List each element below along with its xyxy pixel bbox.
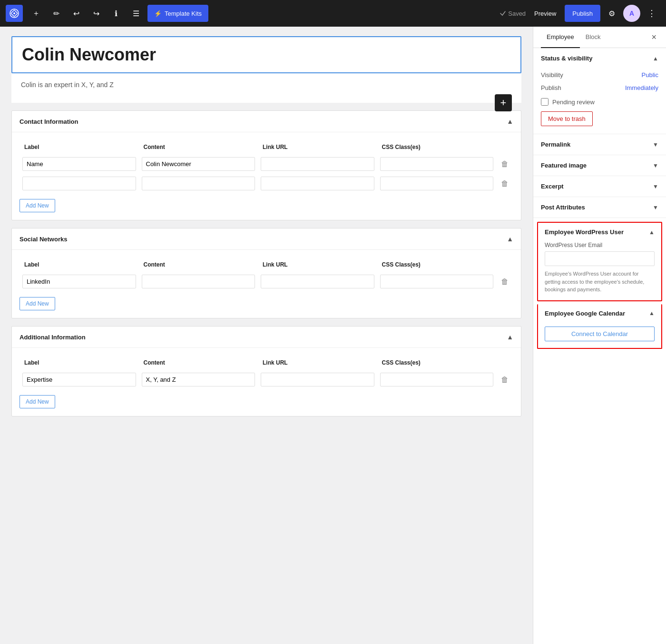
redo-button[interactable]: ↪: [88, 5, 105, 22]
status-section-body: Visibility Public Publish Immediately Pe…: [533, 69, 666, 134]
wp-user-section-body: WordPress User Email Employee's WordPres…: [538, 241, 661, 300]
wp-user-section-title: Employee WordPress User: [545, 228, 624, 236]
social-row1-label[interactable]: [22, 275, 136, 288]
contact-col-css: CSS Class(es): [377, 140, 497, 154]
social-col-css: CSS Class(es): [377, 258, 497, 272]
more-options-button[interactable]: ⋮: [643, 5, 660, 22]
contact-row1-content[interactable]: [142, 157, 255, 171]
social-section-header[interactable]: Social Networks ▲: [12, 228, 521, 250]
contact-row2-css[interactable]: [380, 177, 494, 190]
tools-button[interactable]: ✏: [48, 5, 65, 22]
contact-row2-content[interactable]: [142, 177, 255, 190]
add-block-button[interactable]: ＋: [28, 5, 45, 22]
pending-review-row: Pending review: [541, 94, 658, 109]
featured-image-chevron-icon: ▼: [653, 162, 658, 169]
template-kits-icon: ⚡: [154, 10, 162, 17]
contact-col-content: Content: [139, 140, 258, 154]
visibility-label: Visibility: [541, 71, 563, 79]
contact-section-body: Label Content Link URL CSS Class(es): [12, 132, 521, 220]
template-kits-button[interactable]: ⚡ Template Kits: [147, 5, 208, 22]
add-block-inline-button[interactable]: +: [495, 94, 512, 111]
social-row1-link[interactable]: [261, 275, 374, 288]
svg-point-1: [13, 12, 15, 14]
permalink-chevron-icon: ▼: [653, 141, 658, 148]
wp-logo[interactable]: [6, 5, 23, 22]
post-attributes-chevron-icon: ▼: [653, 204, 658, 211]
visibility-value[interactable]: Public: [642, 71, 658, 79]
additional-add-new-button[interactable]: Add New: [20, 395, 55, 408]
additional-section-header[interactable]: Additional Information ▲: [12, 327, 521, 348]
details-button[interactable]: ℹ: [108, 5, 125, 22]
additional-row1-delete[interactable]: 🗑: [499, 374, 510, 386]
tab-employee[interactable]: Employee: [541, 27, 580, 48]
status-section-title: Status & visibility: [541, 55, 592, 62]
connect-calendar-button[interactable]: Connect to Calendar: [545, 327, 655, 341]
additional-section-body: Label Content Link URL CSS Class(es): [12, 348, 521, 416]
astra-icon[interactable]: A: [623, 5, 640, 22]
contact-row2-label[interactable]: [22, 177, 136, 190]
contact-row1-css[interactable]: [380, 157, 494, 171]
contact-section: Contact Information ▲ Label Content Link…: [11, 110, 521, 220]
settings-button[interactable]: ⚙: [603, 5, 620, 22]
social-row1-content[interactable]: [142, 275, 255, 288]
saved-status: Saved: [500, 10, 526, 17]
sidebar-close-button[interactable]: ×: [649, 30, 658, 44]
publish-value[interactable]: Immediately: [625, 84, 658, 91]
status-section-header[interactable]: Status & visibility ▲: [533, 48, 666, 69]
social-section-title: Social Networks: [20, 236, 67, 243]
contact-add-new-button[interactable]: Add New: [20, 199, 55, 212]
excerpt-chevron-icon: ▼: [653, 183, 658, 190]
tab-block[interactable]: Block: [580, 27, 607, 48]
additional-col-label: Label: [20, 356, 139, 370]
contact-row1-link[interactable]: [261, 157, 374, 171]
additional-row1-content[interactable]: [142, 373, 255, 386]
move-trash-button[interactable]: Move to trash: [541, 111, 593, 126]
title-input[interactable]: [22, 45, 511, 65]
pending-review-label: Pending review: [552, 99, 595, 106]
status-section: Status & visibility ▲ Visibility Public …: [533, 48, 666, 134]
additional-col-content: Content: [139, 356, 258, 370]
editor-area: Colin is an expert in X, Y, and Z + Cont…: [0, 27, 533, 644]
contact-row2-link[interactable]: [261, 177, 374, 190]
wp-email-input[interactable]: [545, 251, 655, 266]
contact-section-title: Contact Information: [20, 118, 78, 125]
additional-row1-link[interactable]: [261, 373, 374, 386]
social-row1-delete[interactable]: 🗑: [499, 276, 510, 288]
contact-row1-label[interactable]: [22, 157, 136, 171]
excerpt-section-header[interactable]: Excerpt ▼: [533, 176, 666, 197]
social-col-label: Label: [20, 258, 139, 272]
preview-button[interactable]: Preview: [529, 7, 562, 20]
table-row: 🗑: [20, 272, 513, 291]
social-table: Label Content Link URL CSS Class(es): [20, 258, 513, 291]
publish-button[interactable]: Publish: [565, 5, 600, 22]
visibility-row: Visibility Public: [541, 69, 658, 81]
contact-row2-delete[interactable]: 🗑: [499, 178, 510, 190]
publish-label: Publish: [541, 84, 561, 91]
permalink-section-title: Permalink: [541, 141, 570, 148]
table-row: 🗑: [20, 174, 513, 193]
additional-row1-label[interactable]: [22, 373, 136, 386]
contact-section-header[interactable]: Contact Information ▲: [12, 111, 521, 132]
post-attributes-section: Post Attributes ▼: [533, 197, 666, 218]
additional-chevron-icon: ▲: [507, 333, 513, 341]
post-attributes-header[interactable]: Post Attributes ▼: [533, 197, 666, 218]
social-row1-css[interactable]: [380, 275, 494, 288]
social-col-content: Content: [139, 258, 258, 272]
description-text: Colin is an expert in X, Y, and Z: [21, 81, 512, 89]
wp-user-section-header[interactable]: Employee WordPress User ▲: [538, 223, 661, 241]
featured-image-section-header[interactable]: Featured image ▼: [533, 155, 666, 176]
pending-review-checkbox[interactable]: [541, 98, 548, 106]
status-chevron-icon: ▲: [653, 55, 658, 62]
undo-button[interactable]: ↩: [68, 5, 85, 22]
google-calendar-section-header[interactable]: Employee Google Calendar ▲: [538, 304, 661, 323]
social-chevron-icon: ▲: [507, 235, 513, 243]
main-layout: Colin is an expert in X, Y, and Z + Cont…: [0, 27, 666, 644]
social-add-new-button[interactable]: Add New: [20, 297, 55, 310]
sidebar: Employee Block × Status & visibility ▲ V…: [533, 27, 666, 644]
contact-row1-delete[interactable]: 🗑: [499, 158, 510, 170]
additional-col-link: Link URL: [258, 356, 377, 370]
list-view-button[interactable]: ☰: [127, 5, 145, 22]
contact-chevron-icon: ▲: [507, 118, 513, 125]
additional-row1-css[interactable]: [380, 373, 494, 386]
permalink-section-header[interactable]: Permalink ▼: [533, 134, 666, 155]
